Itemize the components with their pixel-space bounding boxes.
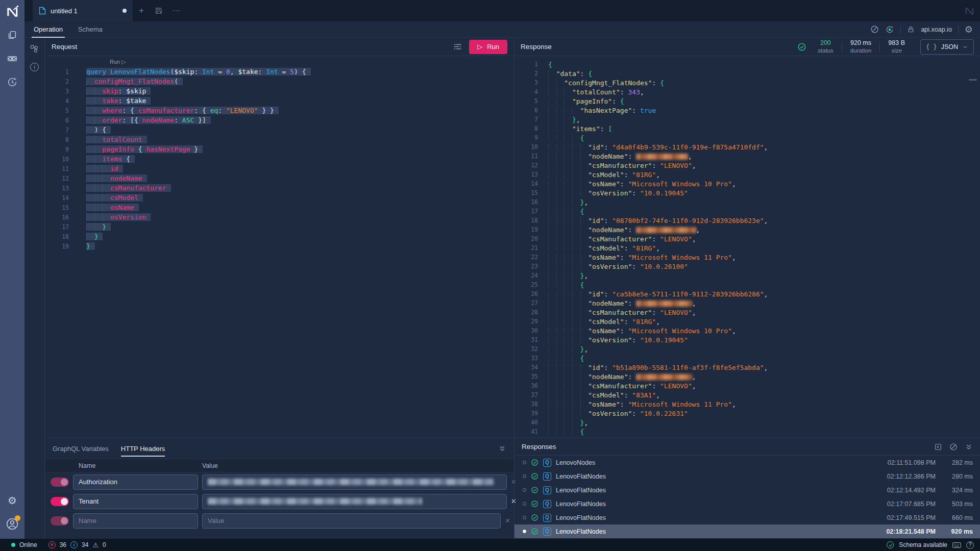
- lock-icon: [907, 26, 915, 33]
- unsaved-dot-icon: [122, 9, 127, 13]
- response-duration: 660 ms: [940, 514, 973, 521]
- new-header-name-input[interactable]: [73, 513, 198, 529]
- query-icon: Q: [543, 514, 551, 522]
- duration-value: 920 ms: [850, 39, 871, 47]
- response-timestamp: 02:17:07.685 PM: [887, 500, 936, 508]
- success-check-icon: [531, 459, 538, 466]
- tab-title: untitled 1: [51, 7, 78, 15]
- selected-radio-icon: [523, 516, 526, 519]
- status-metric: 200 status: [810, 39, 842, 55]
- separator: [958, 26, 959, 34]
- response-history-item[interactable]: Q LenovoFlatNodes 02:18:21.548 PM 920 ms: [514, 524, 980, 538]
- operation-name: LenovoFlatNodes: [556, 473, 606, 480]
- run-button[interactable]: ▷ Run: [469, 40, 507, 54]
- settings-gear-icon[interactable]: ⚙: [0, 489, 24, 512]
- response-history-item[interactable]: Q LenovoFlatNodes 02:12:12.386 PM 280 ms: [514, 469, 980, 483]
- separator: [900, 26, 901, 34]
- open-console-icon[interactable]: [934, 443, 942, 451]
- account-avatar[interactable]: [0, 512, 24, 536]
- duration-metric: 920 ms duration: [842, 39, 880, 55]
- connection-settings-gear-icon[interactable]: ⚙: [965, 25, 973, 34]
- request-panel: Request ▷ Run Run ▷ 1query LenovoFlatNod…: [45, 38, 513, 438]
- response-editor[interactable]: 1{2"data": {3"configMngt_FlatNodes": {4"…: [514, 57, 980, 438]
- infos-icon[interactable]: i: [70, 541, 78, 548]
- scrollbar-thumb[interactable]: [969, 79, 977, 81]
- shortcuts-keyboard-icon[interactable]: [952, 542, 961, 548]
- header-enabled-toggle[interactable]: [51, 478, 69, 487]
- response-panel: Response 200 status 920 ms duration 983 …: [514, 38, 980, 438]
- query-icon: Q: [543, 528, 551, 536]
- responses-list: Q LenovoNodes 02:11:51.098 PM 282 ms Q L…: [514, 456, 980, 538]
- history-icon[interactable]: [0, 70, 24, 94]
- operations-flow-icon[interactable]: [30, 44, 39, 54]
- new-tab-button[interactable]: +: [133, 0, 150, 21]
- query-icon: Q: [543, 486, 551, 494]
- redacted-value: [208, 498, 422, 505]
- online-dot-icon: [11, 543, 15, 547]
- documents-icon[interactable]: [0, 23, 24, 47]
- header-row-authorization: ✕: [45, 472, 513, 491]
- response-timestamp: 02:12:14.492 PM: [887, 487, 936, 494]
- warnings-icon[interactable]: ⚠: [92, 541, 99, 549]
- braces-icon: { }: [926, 43, 937, 51]
- run-code-lens[interactable]: Run ▷: [110, 59, 513, 67]
- collapse-panel-icon[interactable]: [965, 443, 973, 451]
- errors-count[interactable]: 36: [60, 541, 66, 548]
- selected-radio-icon: [523, 502, 526, 506]
- remove-header-button[interactable]: ✕: [505, 517, 510, 524]
- chevron-down-icon: [962, 44, 968, 50]
- nitro-logo-icon: [5, 5, 19, 19]
- header-enabled-toggle[interactable]: [51, 497, 69, 506]
- selected-radio-icon: [523, 474, 526, 478]
- header-name-input[interactable]: [73, 494, 198, 509]
- help-icon[interactable]: ?: [966, 541, 974, 549]
- document-tab[interactable]: untitled 1: [33, 0, 133, 21]
- responses-title: Responses: [522, 443, 556, 450]
- header-value-input[interactable]: [202, 494, 507, 509]
- response-duration: 920 ms: [940, 528, 973, 535]
- response-duration: 503 ms: [940, 500, 973, 508]
- header-value-input[interactable]: [202, 474, 507, 490]
- success-check-icon: [531, 500, 538, 508]
- response-title: Response: [521, 43, 552, 51]
- status-bar: Online ✕ 36 i 34 ⚠ 0 Schema available ?: [0, 539, 980, 551]
- response-history-item[interactable]: Q LenovoFlatNodes 02:12:14.492 PM 324 ms: [514, 483, 980, 497]
- play-icon: ▷: [477, 43, 482, 51]
- response-duration: 282 ms: [940, 459, 973, 466]
- info-icon[interactable]: i: [30, 63, 39, 71]
- nitro-logo[interactable]: [0, 0, 24, 23]
- new-header-value-input[interactable]: [202, 513, 501, 529]
- response-history-item[interactable]: Q LenovoFlatNodes 02:17:49.515 PM 660 ms: [514, 511, 980, 524]
- tab-operation[interactable]: Operation: [32, 21, 65, 38]
- duration-label: duration: [850, 47, 872, 54]
- response-timestamp: 02:17:49.515 PM: [887, 514, 936, 521]
- response-history-item[interactable]: Q LenovoFlatNodes 02:17:07.685 PM 503 ms: [514, 497, 980, 511]
- query-icon: Q: [543, 459, 551, 467]
- selected-radio-icon: [523, 530, 526, 533]
- api-atom-icon[interactable]: [0, 47, 24, 70]
- size-metric: 983 B size: [880, 39, 913, 55]
- editor-options-icon[interactable]: [453, 43, 462, 51]
- errors-icon[interactable]: ✕: [48, 541, 56, 548]
- header-name-input[interactable]: [73, 474, 198, 490]
- save-button[interactable]: [150, 0, 167, 21]
- clear-responses-icon[interactable]: [949, 443, 958, 451]
- warnings-count[interactable]: 0: [103, 541, 106, 548]
- run-label: Run: [487, 43, 499, 51]
- query-code: 1query LenovoFlatNodes($skip: Int = 0, $…: [45, 67, 513, 251]
- tab-schema[interactable]: Schema: [76, 21, 105, 38]
- more-options-button[interactable]: ⋯: [167, 0, 185, 21]
- tab-http-headers[interactable]: HTTP Headers: [121, 438, 165, 459]
- column-value: Value: [202, 462, 218, 469]
- collapse-panel-icon[interactable]: [498, 444, 506, 453]
- header-enabled-toggle[interactable]: [51, 516, 69, 525]
- status-value: 200: [820, 39, 831, 47]
- tab-graphql-variables[interactable]: GraphQL Variables: [53, 438, 109, 459]
- response-format-dropdown[interactable]: { } JSON: [920, 39, 974, 55]
- infos-count[interactable]: 34: [82, 541, 88, 548]
- disable-request-icon[interactable]: [870, 25, 879, 34]
- endpoint-url[interactable]: api.xoap.io: [921, 26, 951, 33]
- response-history-item[interactable]: Q LenovoNodes 02:11:51.098 PM 282 ms: [514, 456, 980, 469]
- query-editor[interactable]: Run ▷ 1query LenovoFlatNodes($skip: Int …: [45, 57, 513, 438]
- refresh-schema-icon[interactable]: [885, 25, 894, 34]
